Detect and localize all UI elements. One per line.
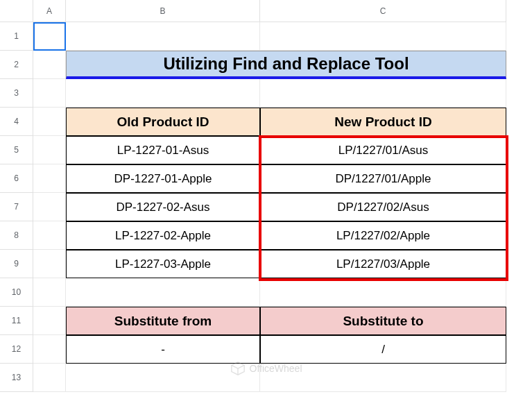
cell-b3[interactable] [66,79,260,108]
row-header-3[interactable]: 3 [0,79,33,108]
cell-a11[interactable] [33,307,66,335]
data-old-4[interactable]: LP-1227-03-Apple [66,250,260,278]
data-new-4[interactable]: LP/1227/03/Apple [260,250,506,278]
row-header-10[interactable]: 10 [0,278,33,307]
sub-header-from[interactable]: Substitute from [66,307,260,335]
watermark-text: OfficeWheel [250,363,302,374]
row-header-4[interactable]: 4 [0,108,33,136]
row-header-8[interactable]: 8 [0,221,33,250]
sub-value-to[interactable]: / [260,335,506,364]
col-header-c[interactable]: C [260,0,506,22]
title-cell[interactable]: Utilizing Find and Replace Tool [66,51,506,79]
sub-value-from[interactable]: - [66,335,260,364]
cell-a3[interactable] [33,79,66,108]
logo-icon [230,361,246,376]
data-old-3[interactable]: LP-1227-02-Apple [66,221,260,250]
cell-c1[interactable] [260,22,506,51]
data-new-1[interactable]: DP/1227/01/Apple [260,164,506,193]
row-header-12[interactable]: 12 [0,335,33,364]
cell-b10[interactable] [66,278,260,307]
cell-a7[interactable] [33,193,66,221]
spreadsheet-grid: A B C 1 2 Utilizing Find and Replace Too… [0,0,532,392]
row-header-9[interactable]: 9 [0,250,33,278]
cell-a5[interactable] [33,136,66,164]
cell-c3[interactable] [260,79,506,108]
cell-a9[interactable] [33,250,66,278]
col-header-b[interactable]: B [66,0,260,22]
col-header-a[interactable]: A [33,0,66,22]
row-header-1[interactable]: 1 [0,22,33,51]
cell-a1[interactable] [33,22,66,51]
header-new[interactable]: New Product ID [260,108,506,136]
cell-c10[interactable] [260,278,506,307]
cell-a13[interactable] [33,364,66,392]
data-old-1[interactable]: DP-1227-01-Apple [66,164,260,193]
data-new-3[interactable]: LP/1227/02/Apple [260,221,506,250]
row-header-11[interactable]: 11 [0,307,33,335]
data-old-0[interactable]: LP-1227-01-Asus [66,136,260,164]
cell-a12[interactable] [33,335,66,364]
cell-a2[interactable] [33,51,66,79]
corner-cell[interactable] [0,0,33,22]
cell-a10[interactable] [33,278,66,307]
data-new-0[interactable]: LP/1227/01/Asus [260,136,506,164]
row-header-13[interactable]: 13 [0,364,33,392]
header-old[interactable]: Old Product ID [66,108,260,136]
sub-header-to[interactable]: Substitute to [260,307,506,335]
cell-a6[interactable] [33,164,66,193]
row-header-7[interactable]: 7 [0,193,33,221]
cell-b1[interactable] [66,22,260,51]
row-header-5[interactable]: 5 [0,136,33,164]
row-header-6[interactable]: 6 [0,164,33,193]
data-new-2[interactable]: DP/1227/02/Asus [260,193,506,221]
watermark: OfficeWheel [230,361,302,376]
data-old-2[interactable]: DP-1227-02-Asus [66,193,260,221]
cell-a8[interactable] [33,221,66,250]
cell-a4[interactable] [33,108,66,136]
row-header-2[interactable]: 2 [0,51,33,79]
